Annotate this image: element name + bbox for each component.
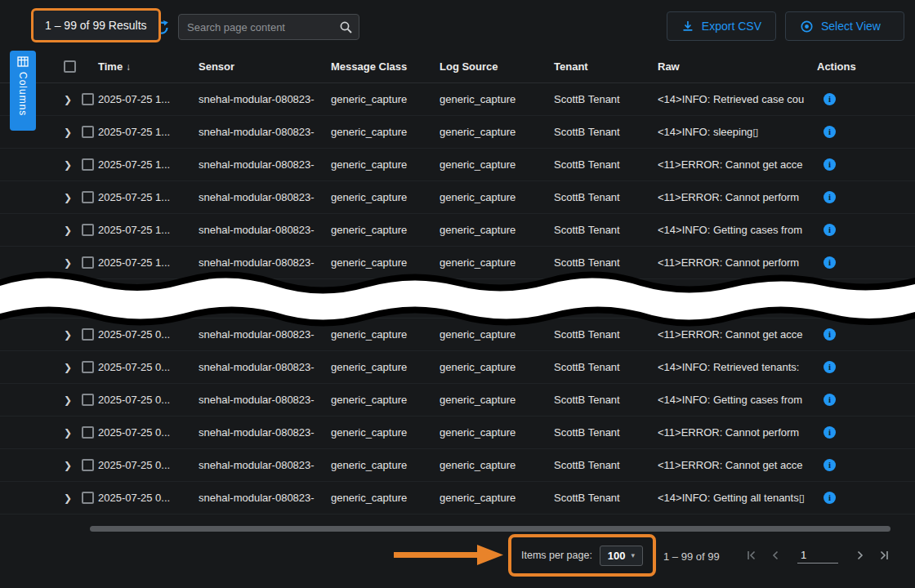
table-row: ❯ 2025-07-25 1... snehal-modular-080823-…: [0, 214, 915, 247]
cell-sensor: snehal-modular-080823-: [199, 361, 331, 373]
cell-actions: i: [817, 158, 866, 171]
table-body-bottom: ❯ 2025-07-25 0... snehal-modular-080823-…: [0, 318, 915, 514]
column-header-message-class[interactable]: Message Class: [331, 60, 440, 73]
expand-chevron-icon[interactable]: ❯: [64, 225, 82, 236]
info-icon[interactable]: i: [824, 492, 836, 504]
column-header-time[interactable]: Time↓: [98, 60, 199, 73]
cell-actions: i: [817, 256, 866, 269]
cell-message-class: generic_capture: [331, 459, 440, 471]
expand-chevron-icon[interactable]: ❯: [64, 159, 82, 171]
cell-message-class: generic_capture: [331, 126, 440, 138]
cell-log-source: generic_capture: [440, 394, 554, 406]
info-icon[interactable]: i: [824, 191, 836, 203]
cell-time: 2025-07-25 0...: [98, 426, 199, 439]
results-count-text: 1 – 99 of 99 Results: [45, 19, 147, 32]
expand-chevron-icon[interactable]: ❯: [64, 427, 82, 439]
cell-raw: <11>ERROR: Cannot perform: [658, 191, 817, 203]
cell-log-source: generic_capture: [440, 361, 554, 373]
cell-raw: <11>ERROR: Cannot get acce: [658, 158, 817, 171]
row-checkbox[interactable]: [82, 93, 94, 105]
cell-tenant: ScottB Tenant: [554, 492, 658, 504]
info-icon[interactable]: i: [824, 426, 836, 439]
expand-chevron-icon[interactable]: ❯: [64, 257, 82, 269]
items-per-page-select[interactable]: 100 ▾: [600, 546, 643, 566]
column-header-raw[interactable]: Raw: [658, 60, 817, 73]
info-icon[interactable]: i: [824, 158, 836, 171]
expand-chevron-icon[interactable]: ❯: [64, 394, 82, 406]
pagination-next-button[interactable]: [854, 549, 867, 562]
cell-log-source: generic_capture: [440, 256, 554, 269]
cell-message-class: generic_capture: [331, 191, 440, 203]
row-checkbox[interactable]: [82, 256, 94, 269]
items-per-page-box: Items per page: 100 ▾: [508, 534, 656, 577]
search-input[interactable]: [179, 15, 359, 39]
cell-actions: i: [817, 93, 866, 105]
table-header: Time↓ Sensor Message Class Log Source Te…: [0, 51, 915, 83]
row-checkbox[interactable]: [82, 328, 94, 341]
pagination-prev-button[interactable]: [769, 549, 782, 562]
table-row: ❯ 2025-07-25 1... snehal-modular-080823-…: [0, 83, 915, 116]
pagination: [745, 547, 890, 564]
column-header-log-source[interactable]: Log Source: [440, 60, 554, 73]
expand-chevron-icon[interactable]: ❯: [64, 127, 82, 138]
info-icon[interactable]: i: [824, 328, 836, 341]
cell-log-source: generic_capture: [440, 224, 554, 236]
expand-chevron-icon[interactable]: ❯: [64, 492, 82, 504]
cell-tenant: ScottB Tenant: [554, 224, 658, 236]
expand-chevron-icon[interactable]: ❯: [64, 192, 82, 203]
row-checkbox[interactable]: [82, 492, 94, 504]
cell-tenant: ScottB Tenant: [554, 394, 658, 406]
page-number-input[interactable]: [797, 547, 838, 564]
info-icon[interactable]: i: [824, 93, 836, 105]
row-checkbox[interactable]: [82, 224, 94, 236]
column-header-actions: Actions: [817, 60, 866, 73]
expand-chevron-icon[interactable]: ❯: [64, 293, 82, 305]
cell-message-class: generic_capture: [331, 224, 440, 236]
cell-sensor: snehal-modular-080823-: [199, 256, 331, 269]
cell-log-source: generic_capture: [440, 426, 554, 439]
cell-actions: i: [817, 492, 866, 504]
header-checkbox[interactable]: [64, 60, 76, 73]
column-header-tenant[interactable]: Tenant: [554, 60, 658, 73]
eye-icon: [800, 20, 814, 33]
cell-sensor: snehal-modular-080823-: [199, 328, 331, 341]
items-per-page-label: Items per page:: [521, 550, 592, 561]
results-count-box: 1 – 99 of 99 Results: [31, 8, 161, 42]
row-checkbox[interactable]: [82, 361, 94, 373]
cell-message-class: generic_capture: [331, 361, 440, 373]
select-view-button[interactable]: Select View: [785, 11, 904, 41]
cell-sensor: snehal-modular-080823-: [199, 459, 331, 471]
row-checkbox[interactable]: [82, 426, 94, 439]
info-icon[interactable]: i: [824, 459, 836, 471]
expand-chevron-icon[interactable]: ❯: [64, 329, 82, 341]
row-checkbox[interactable]: [82, 459, 94, 471]
info-icon[interactable]: i: [824, 394, 836, 406]
info-icon[interactable]: i: [824, 224, 836, 236]
row-checkbox[interactable]: [82, 292, 94, 305]
column-header-sensor[interactable]: Sensor: [199, 60, 331, 73]
expand-chevron-icon[interactable]: ❯: [64, 94, 82, 105]
info-icon[interactable]: i: [824, 126, 836, 138]
sort-desc-icon: ↓: [126, 61, 131, 73]
cell-sensor: snehal-modular-080823-: [199, 394, 331, 406]
cell-time: 2025-07-25 1...: [98, 158, 199, 171]
cell-sensor: snehal-modular-080823-: [199, 492, 331, 504]
row-checkbox[interactable]: [82, 126, 94, 138]
row-checkbox[interactable]: [82, 191, 94, 203]
cell-log-source: generic_capture: [440, 459, 554, 471]
horizontal-scrollbar[interactable]: [90, 526, 890, 532]
info-icon[interactable]: i: [824, 361, 836, 373]
row-checkbox[interactable]: [82, 394, 94, 406]
expand-chevron-icon[interactable]: ❯: [64, 362, 82, 373]
last-page-icon: [877, 549, 890, 562]
pagination-first-button[interactable]: [745, 549, 758, 562]
export-csv-button[interactable]: Export CSV: [667, 11, 776, 41]
columns-tab[interactable]: Columns: [10, 51, 36, 131]
cell-log-source: generic_capture: [440, 492, 554, 504]
cell-time: 2025-07-25 1...: [98, 191, 199, 203]
info-icon[interactable]: i: [824, 256, 836, 269]
row-checkbox[interactable]: [82, 158, 94, 171]
pagination-last-button[interactable]: [877, 549, 890, 562]
expand-chevron-icon[interactable]: ❯: [64, 460, 82, 471]
cell-tenant: ScottB Tenant: [554, 158, 658, 171]
